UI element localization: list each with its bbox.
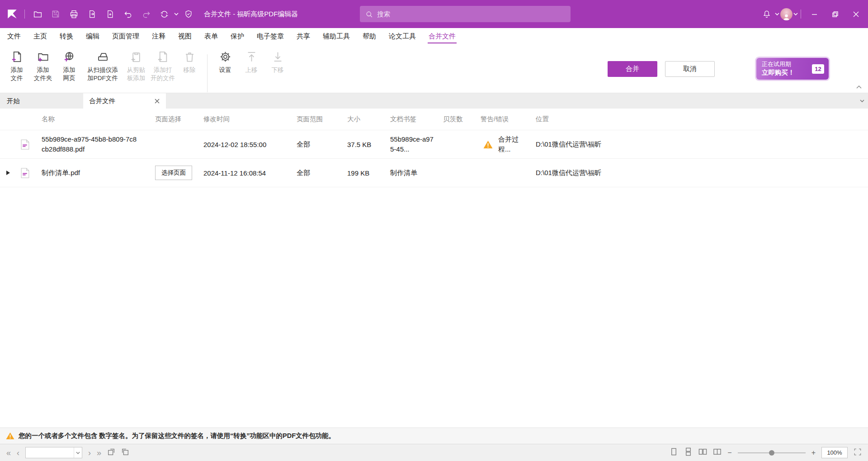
merge-button[interactable]: 合并 bbox=[608, 61, 657, 77]
add-file-icon bbox=[11, 51, 23, 63]
add-from-scanner-button[interactable]: 从扫描仪添 加PDF文件 bbox=[82, 49, 123, 84]
ribbon: 添加 文件 添加 文件夹 添加 网页 从扫描仪添 加PDF文件 从剪贴 板添加 … bbox=[0, 44, 868, 93]
first-page-icon[interactable]: « bbox=[6, 449, 11, 457]
signature-warning-text: 您的一个或者多个文件包含 数字签名。为了保留这些文件的签名，请使用“转换”功能区… bbox=[19, 432, 335, 440]
move-up-button[interactable]: 上移 bbox=[238, 49, 264, 76]
trial-days-left: 12 bbox=[812, 64, 824, 74]
bookmark: 制作清单 bbox=[390, 168, 417, 178]
print-icon[interactable] bbox=[66, 6, 82, 22]
trial-line1: 正在试用期 bbox=[762, 60, 795, 68]
add-webpage-button[interactable]: 添加 网页 bbox=[56, 49, 82, 84]
move-up-icon bbox=[245, 51, 258, 63]
search-icon bbox=[365, 10, 373, 18]
titlebar-divider bbox=[24, 10, 25, 19]
sync-icon[interactable] bbox=[156, 6, 172, 22]
minimize-button[interactable] bbox=[804, 0, 825, 28]
menu-convert[interactable]: 转换 bbox=[53, 28, 80, 44]
menu-edit[interactable]: 编辑 bbox=[80, 28, 106, 44]
continuous-view-icon[interactable] bbox=[684, 447, 693, 458]
collapse-ribbon-icon[interactable] bbox=[856, 82, 862, 90]
chevron-down-icon[interactable] bbox=[775, 13, 779, 15]
table-row[interactable]: 制作清单.pdf 选择页面 2024-11-12 16:08:54 全部 199… bbox=[0, 159, 868, 187]
add-folder-button[interactable]: 添加 文件夹 bbox=[30, 49, 56, 84]
restore-button[interactable] bbox=[825, 0, 845, 28]
open-folder-icon[interactable] bbox=[29, 6, 46, 22]
table-row[interactable]: 55b989ce-a975-45b8-b809-7c8cb28df888.pdf… bbox=[0, 130, 868, 159]
tab-close-icon[interactable] bbox=[153, 97, 160, 105]
menu-comment[interactable]: 注释 bbox=[146, 28, 172, 44]
protect-shield-icon[interactable] bbox=[180, 6, 197, 22]
file-name: 55b989ce-a975-45b8-b809-7c8cb28df888.pdf bbox=[42, 134, 138, 155]
menu-view[interactable]: 视图 bbox=[172, 28, 198, 44]
menu-bar: 文件 主页 转换 编辑 页面管理 注释 视图 表单 保护 电子签章 共享 辅助工… bbox=[0, 28, 868, 44]
menu-protect[interactable]: 保护 bbox=[224, 28, 250, 44]
notification-bell-icon[interactable] bbox=[759, 6, 775, 22]
create-pdf-icon[interactable] bbox=[102, 6, 118, 22]
close-button[interactable] bbox=[845, 0, 866, 28]
page-dropdown-icon[interactable] bbox=[74, 447, 82, 458]
settings-button[interactable]: 设置 bbox=[212, 49, 238, 76]
search-input[interactable] bbox=[377, 10, 565, 18]
user-avatar[interactable] bbox=[780, 8, 793, 20]
ribbon-separator bbox=[207, 54, 208, 92]
menu-file[interactable]: 文件 bbox=[1, 28, 27, 44]
export-icon[interactable] bbox=[84, 6, 100, 22]
single-page-view-icon[interactable] bbox=[670, 447, 678, 458]
page-number-input[interactable] bbox=[26, 449, 74, 456]
menu-home[interactable]: 主页 bbox=[27, 28, 53, 44]
menu-help[interactable]: 帮助 bbox=[356, 28, 382, 44]
chevron-down-icon[interactable] bbox=[174, 13, 179, 15]
tab-list-dropdown-icon[interactable] bbox=[858, 93, 867, 109]
search-box[interactable] bbox=[360, 6, 571, 22]
undo-icon[interactable] bbox=[120, 6, 136, 22]
select-pages-button[interactable]: 选择页面 bbox=[155, 166, 192, 180]
chevron-down-icon[interactable] bbox=[793, 13, 798, 15]
zoom-level[interactable]: 100% bbox=[821, 447, 848, 458]
zoom-slider[interactable] bbox=[738, 450, 806, 456]
col-bates: 贝茨数 bbox=[443, 115, 481, 124]
previous-view-icon[interactable] bbox=[107, 448, 115, 458]
status-bar: « ‹ › » bbox=[0, 444, 868, 461]
book-view-icon[interactable] bbox=[713, 447, 722, 458]
menu-form[interactable]: 表单 bbox=[198, 28, 224, 44]
move-down-button[interactable]: 下移 bbox=[264, 49, 291, 76]
page-number-box bbox=[25, 447, 82, 458]
save-icon[interactable] bbox=[47, 6, 64, 22]
col-size: 大小 bbox=[347, 115, 390, 124]
tab-merge-files[interactable]: 合并文件 bbox=[83, 93, 166, 109]
redo-icon[interactable] bbox=[138, 6, 154, 22]
menu-esign[interactable]: 电子签章 bbox=[250, 28, 290, 44]
menu-accessibility[interactable]: 辅助工具 bbox=[316, 28, 356, 44]
last-page-icon[interactable]: » bbox=[97, 449, 101, 457]
menu-page-manage[interactable]: 页面管理 bbox=[106, 28, 146, 44]
remove-button[interactable]: 移除 bbox=[176, 49, 203, 76]
foxit-logo-icon[interactable] bbox=[5, 6, 20, 22]
zoom-thumb[interactable] bbox=[769, 450, 774, 456]
zoom-in-icon[interactable]: + bbox=[811, 449, 816, 456]
pdf-file-icon bbox=[16, 168, 34, 178]
next-view-icon[interactable] bbox=[121, 448, 129, 458]
menu-merge-files[interactable]: 合并文件 bbox=[422, 28, 462, 44]
warning-icon bbox=[483, 140, 493, 149]
add-file-button[interactable]: 添加 文件 bbox=[4, 49, 30, 84]
next-page-icon[interactable]: › bbox=[88, 449, 91, 457]
facing-view-icon[interactable] bbox=[698, 447, 707, 458]
trash-icon bbox=[184, 51, 196, 63]
add-from-clipboard-button[interactable]: 从剪贴 板添加 bbox=[123, 49, 149, 84]
add-open-files-button[interactable]: 添加打 开的文件 bbox=[149, 49, 176, 84]
zoom-out-icon[interactable]: − bbox=[727, 449, 731, 456]
file-size: 199 KB bbox=[347, 169, 390, 177]
signature-warning-bar: 您的一个或者多个文件包含 数字签名。为了保留这些文件的签名，请使用“转换”功能区… bbox=[0, 428, 868, 444]
tab-start[interactable]: 开始 bbox=[0, 93, 83, 109]
move-down-icon bbox=[272, 51, 284, 63]
previous-page-icon[interactable]: ‹ bbox=[17, 449, 19, 457]
trial-buy-badge[interactable]: 正在试用期 立即购买！ 12 bbox=[756, 58, 829, 80]
app-window: 合并文件 - 福昕高级PDF编辑器 bbox=[0, 0, 868, 461]
cancel-button[interactable]: 取消 bbox=[665, 61, 715, 77]
titlebar: 合并文件 - 福昕高级PDF编辑器 bbox=[0, 0, 868, 28]
menu-paper-tools[interactable]: 论文工具 bbox=[382, 28, 422, 44]
fit-page-icon[interactable] bbox=[854, 448, 862, 458]
expand-row-icon[interactable] bbox=[0, 171, 16, 175]
menu-share[interactable]: 共享 bbox=[290, 28, 316, 44]
file-location: D:\01微信代运营\福昕 bbox=[536, 140, 868, 149]
